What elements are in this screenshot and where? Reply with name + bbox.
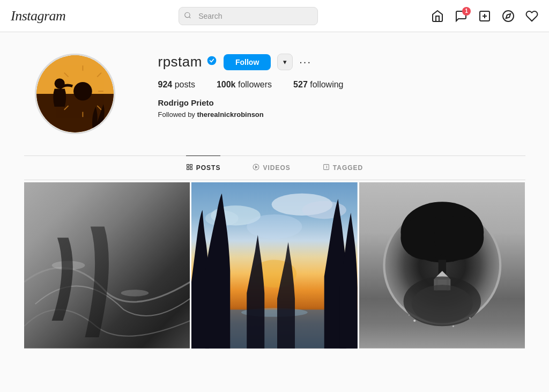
posts-tab-icon: [186, 164, 193, 172]
followed-by-label: Followed by: [158, 110, 195, 119]
profile-info: rpstam Follow ▾ ··· 924 posts 100k follo…: [158, 54, 515, 119]
header-nav: 1: [431, 10, 538, 23]
following-stat: 527 following: [293, 80, 343, 90]
search-input[interactable]: [179, 7, 318, 25]
header: Instagram 1: [0, 0, 549, 32]
svg-marker-27: [256, 166, 257, 168]
grid-photo-2[interactable]: [191, 182, 358, 349]
verified-badge: [206, 55, 217, 69]
tab-videos[interactable]: VIDEOS: [253, 156, 290, 180]
profile-stats: 924 posts 100k followers 527 following: [158, 80, 515, 90]
svg-point-5: [503, 11, 514, 21]
svg-marker-6: [506, 13, 510, 18]
svg-rect-25: [190, 168, 192, 170]
profile-username: rpstam: [158, 54, 202, 70]
posts-stat: 924 posts: [158, 80, 195, 90]
avatar: [35, 54, 115, 134]
dropdown-button[interactable]: ▾: [277, 54, 293, 70]
followers-count: 100k: [217, 80, 236, 89]
svg-point-0: [185, 12, 190, 17]
svg-rect-24: [187, 168, 189, 170]
svg-point-21: [207, 56, 217, 65]
posts-count: 924: [158, 80, 173, 89]
messages-icon[interactable]: 1: [455, 10, 468, 23]
new-post-icon[interactable]: [478, 10, 491, 23]
grid-photo-3[interactable]: [359, 182, 525, 349]
more-options-button[interactable]: ···: [299, 56, 311, 68]
search-bar: [179, 7, 318, 25]
tab-videos-label: VIDEOS: [263, 164, 290, 172]
svg-line-1: [189, 17, 191, 18]
svg-point-37: [247, 215, 302, 239]
tab-tagged-label: TAGGED: [333, 164, 363, 172]
tab-posts-label: POSTS: [196, 164, 221, 172]
search-icon: [184, 11, 191, 20]
svg-point-11: [73, 82, 92, 101]
grid-photo-1[interactable]: [24, 182, 190, 349]
home-icon[interactable]: [431, 10, 444, 23]
explore-icon[interactable]: [502, 10, 515, 23]
tab-posts[interactable]: POSTS: [186, 156, 221, 180]
svg-point-53: [413, 320, 416, 322]
svg-point-56: [409, 315, 410, 316]
svg-point-55: [469, 317, 471, 319]
instagram-logo: Instagram: [11, 8, 65, 24]
tagged-tab-icon: [323, 164, 330, 172]
svg-point-52: [412, 285, 473, 323]
followers-label: followers: [238, 80, 272, 89]
following-count: 527: [293, 80, 308, 89]
tab-tagged[interactable]: TAGGED: [323, 156, 363, 180]
messages-badge: 1: [462, 7, 471, 16]
followers-stat: 100k followers: [217, 80, 272, 90]
svg-point-54: [452, 326, 454, 327]
profile-section: rpstam Follow ▾ ··· 924 posts 100k follo…: [24, 32, 525, 145]
profile-tabs: POSTS VIDEOS TAGGED: [24, 156, 525, 180]
profile-top-row: rpstam Follow ▾ ···: [158, 54, 515, 70]
videos-tab-icon: [253, 164, 259, 172]
svg-point-31: [121, 290, 149, 296]
posts-label: posts: [175, 80, 195, 89]
profile-full-name: Rodrigo Prieto: [158, 98, 515, 107]
photo-grid: [24, 182, 525, 349]
followed-by-user[interactable]: therealnickrobinson: [197, 110, 264, 119]
svg-point-45: [434, 216, 484, 260]
svg-rect-23: [190, 165, 192, 167]
follow-button[interactable]: Follow: [224, 54, 271, 70]
svg-rect-22: [187, 165, 189, 167]
likes-icon[interactable]: [525, 10, 538, 23]
profile-followed-by: Followed by therealnickrobinson: [158, 110, 515, 119]
following-label: following: [310, 80, 343, 89]
